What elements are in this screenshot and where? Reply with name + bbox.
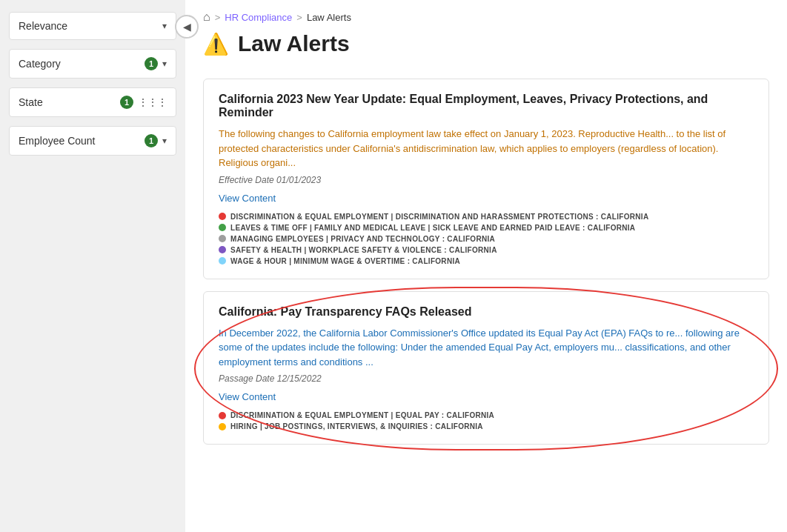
filter-category-badge: 1: [145, 57, 158, 70]
tag-text: DISCRIMINATION & EQUAL EMPLOYMENT | DISC…: [230, 213, 648, 221]
alert-body: In December 2022, the California Labor C…: [219, 326, 754, 370]
breadcrumb-current: Law Alerts: [307, 12, 351, 23]
sidebar-toggle[interactable]: ◀: [175, 15, 199, 39]
breadcrumb-sep-2: >: [296, 12, 302, 23]
filter-employee-count[interactable]: Employee Count1▾: [9, 126, 176, 156]
tag-row: DISCRIMINATION & EQUAL EMPLOYMENT | DISC…: [219, 213, 754, 221]
filter-state-controls: 1⋮⋮⋮: [120, 96, 167, 109]
alert-date: Effective Date 01/01/2023: [219, 175, 754, 185]
alert-card-1: California 2023 New Year Update: Equal E…: [203, 79, 769, 279]
filter-relevance-label: Relevance: [19, 20, 67, 32]
tag-row: MANAGING EMPLOYEES | PRIVACY AND TECHNOL…: [219, 235, 754, 243]
breadcrumb-sep-1: >: [215, 12, 221, 23]
tag-text: SAFETY & HEALTH | WORKPLACE SAFETY & VIO…: [230, 246, 497, 254]
page-title-row: ⚠️ Law Alerts: [203, 31, 769, 64]
alert-date: Passage Date 12/15/2022: [219, 373, 754, 384]
filter-state[interactable]: State1⋮⋮⋮: [9, 87, 176, 117]
warning-icon: ⚠️: [203, 32, 229, 56]
tag-text: MANAGING EMPLOYEES | PRIVACY AND TECHNOL…: [230, 235, 495, 243]
filter-category[interactable]: Category1▾: [9, 49, 176, 79]
view-content-link[interactable]: View Content: [219, 391, 276, 402]
grid-icon: ⋮⋮⋮: [138, 96, 167, 108]
tag-row: DISCRIMINATION & EQUAL EMPLOYMENT | EQUA…: [219, 411, 754, 419]
filter-employee-count-badge: 1: [145, 134, 158, 147]
page-title: Law Alerts: [238, 31, 350, 56]
filter-relevance-controls: ▾: [162, 21, 167, 31]
breadcrumb: ⌂ > HR Compliance > Law Alerts: [203, 0, 769, 31]
alert-title: California 2023 New Year Update: Equal E…: [219, 93, 754, 119]
tags-container: DISCRIMINATION & EQUAL EMPLOYMENT | EQUA…: [219, 411, 754, 430]
chevron-down-icon: ▾: [162, 136, 167, 146]
tag-dot: [219, 224, 226, 231]
chevron-down-icon: ▾: [162, 59, 167, 69]
home-icon[interactable]: ⌂: [203, 10, 210, 24]
tag-row: WAGE & HOUR | MINIMUM WAGE & OVERTIME : …: [219, 257, 754, 265]
filter-state-badge: 1: [120, 96, 133, 109]
sidebar: ◀ Relevance▾Category1▾State1⋮⋮⋮Employee …: [0, 0, 185, 532]
filter-relevance[interactable]: Relevance▾: [9, 12, 176, 40]
filter-employee-count-controls: 1▾: [145, 134, 167, 147]
filter-category-controls: 1▾: [145, 57, 167, 70]
tag-row: LEAVES & TIME OFF | FAMILY AND MEDICAL L…: [219, 224, 754, 232]
tag-dot: [219, 235, 226, 242]
filter-employee-count-label: Employee Count: [19, 135, 96, 147]
alert-card-2: California: Pay Transparency FAQs Releas…: [203, 291, 769, 445]
tag-dot: [219, 246, 226, 253]
tag-row: HIRING | JOB POSTINGS, INTERVIEWS, & INQ…: [219, 422, 754, 430]
tags-container: DISCRIMINATION & EQUAL EMPLOYMENT | DISC…: [219, 213, 754, 265]
filter-state-label: State: [19, 96, 43, 108]
alert-body: The following changes to California empl…: [219, 127, 754, 170]
tag-dot: [219, 213, 226, 220]
chevron-down-icon: ▾: [162, 21, 167, 31]
tag-dot: [219, 412, 226, 419]
tag-dot: [219, 257, 226, 265]
breadcrumb-hr-compliance[interactable]: HR Compliance: [225, 12, 292, 23]
filter-category-label: Category: [19, 58, 61, 70]
tag-row: SAFETY & HEALTH | WORKPLACE SAFETY & VIO…: [219, 246, 754, 254]
tag-text: HIRING | JOB POSTINGS, INTERVIEWS, & INQ…: [230, 422, 483, 430]
alert-title: California: Pay Transparency FAQs Releas…: [219, 305, 754, 319]
chevron-left-icon: ◀: [183, 21, 191, 33]
view-content-link[interactable]: View Content: [219, 193, 276, 204]
tag-text: DISCRIMINATION & EQUAL EMPLOYMENT | EQUA…: [230, 411, 494, 419]
tag-text: LEAVES & TIME OFF | FAMILY AND MEDICAL L…: [230, 224, 635, 232]
tag-text: WAGE & HOUR | MINIMUM WAGE & OVERTIME : …: [230, 257, 460, 265]
main-content: ⌂ > HR Compliance > Law Alerts ⚠️ Law Al…: [185, 0, 787, 532]
tag-dot: [219, 423, 226, 430]
